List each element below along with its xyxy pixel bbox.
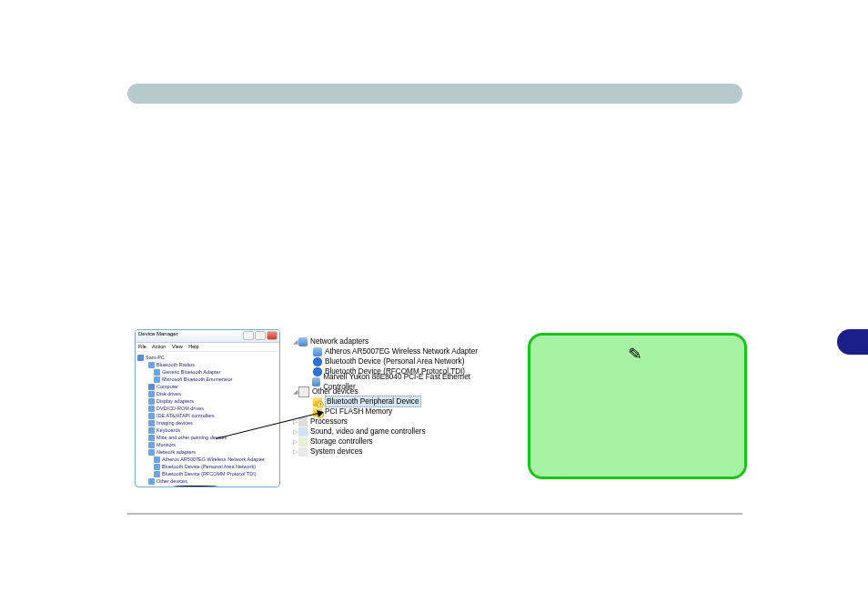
tree-item[interactable]: Microsoft Bluetooth Enumerator [137,376,278,384]
tree-item-label: DVD/CD-ROM drives [156,406,204,412]
tree-root[interactable]: Sam-PC [146,355,165,361]
expander-icon[interactable]: ▷ [291,426,298,436]
tree-item[interactable]: Bluetooth Peripheral Device [137,486,278,487]
zoom-row-label: Sound, video and game controllers [310,426,426,436]
menu-view[interactable]: View [172,344,183,349]
menu-bar[interactable]: File Action View Help [136,343,279,352]
bt-icon [154,369,160,376]
net-icon [312,377,320,386]
tree-item-label: Bluetooth Device (RFCOMM Protocol TDI) [162,471,257,477]
expander-icon[interactable]: ◢ [291,336,298,346]
tree-item-label: Computer [156,384,178,390]
tree-item-label: Network adapters [156,449,196,456]
tree-item[interactable]: Mice and other pointing devices [137,435,278,442]
bt-icon [154,471,160,477]
net-icon [313,347,322,356]
pc-icon [137,355,144,361]
zoom-row[interactable]: Atheros AR5007EG Wireless Network Adapte… [291,346,486,356]
tree-item-label: Bluetooth Peripheral Device [162,486,229,487]
tree-item[interactable]: Other devices [137,478,278,486]
zoom-row-label: Network adapters [310,336,368,346]
bt-icon [154,464,160,470]
menu-file[interactable]: File [138,344,146,349]
tree-item-label: Keyboards [156,427,180,434]
zoom-row[interactable]: ▷System devices [291,446,486,456]
zoom-row[interactable]: ▷Processors [291,416,486,426]
menu-action[interactable]: Action [152,344,166,349]
side-tab [837,329,868,355]
window-titlebar[interactable]: Device Manager [136,330,279,343]
zoom-row-label: Processors [310,416,348,426]
tree-item[interactable]: Monitors [137,442,278,449]
minimize-button[interactable] [243,331,254,340]
dev-icon [148,435,155,441]
proc-icon [298,417,308,426]
zoom-row[interactable]: Bluetooth Device (Personal Area Network) [291,356,486,366]
tree-item[interactable]: DVD/CD-ROM drives [137,406,278,413]
warn-icon [313,397,322,406]
close-button[interactable] [267,331,278,340]
tree-item-label: IDE ATA/ATAPI controllers [156,413,215,419]
tree-item[interactable]: IDE ATA/ATAPI controllers [137,413,278,420]
oth-icon [148,478,155,485]
dev-icon [148,420,155,426]
window-title: Device Manager [138,331,178,336]
net-icon [154,456,160,463]
sys-icon [298,447,308,456]
tree-item-label: Generic Bluetooth Adapter [162,369,221,376]
tree-item[interactable]: Bluetooth Radios [137,362,278,369]
zoom-row-label: Bluetooth Device (Personal Area Network) [325,356,464,366]
tree-item-label: Disk drives [156,391,181,397]
oth-icon [298,386,309,397]
tree-item[interactable]: Computer [137,384,278,391]
zoom-row[interactable]: Marvell Yukon 88E8040 PCI-E Fast Etherne… [291,376,486,386]
snd-icon [298,427,308,436]
expander-icon[interactable]: ▷ [291,446,298,456]
bt-icon [154,376,160,383]
bt-icon [148,362,155,368]
dev-icon [148,406,155,412]
tree-item-label: Display adapters [156,398,194,405]
zoom-row-label: Atheros AR5007EG Wireless Network Adapte… [325,346,478,356]
tree-item-label: Atheros AR5007EG Wireless Network Adapte… [162,456,265,463]
dev-icon [148,391,155,397]
warn-icon [154,487,160,487]
dev-icon [148,413,155,419]
device-tree[interactable]: Sam-PCBluetooth RadiosGeneric Bluetooth … [136,352,279,487]
stor-icon [298,437,308,446]
maximize-button[interactable] [255,331,266,340]
zoom-row-label: System devices [310,446,362,456]
tree-item[interactable]: Bluetooth Device (Personal Area Network) [137,464,278,471]
tree-item[interactable]: Atheros AR5007EG Wireless Network Adapte… [137,456,278,464]
device-manager-window: Device Manager File Action View Help Sam… [135,329,280,487]
expander-icon[interactable]: ▷ [291,436,298,446]
tree-item[interactable]: Network adapters [137,449,278,456]
note-box: ✎ [528,333,747,479]
zoom-row-label: PCI FLASH Memory [325,406,392,416]
zoom-row-label: Storage controllers [310,436,373,446]
tree-item[interactable]: Generic Bluetooth Adapter [137,369,278,376]
tree-item[interactable]: Imaging devices [137,420,278,427]
zoom-row[interactable]: ◢Network adapters [291,336,486,346]
net-icon [148,449,155,456]
tree-item[interactable]: Disk drives [137,391,278,398]
tree-item-label: Monitors [156,442,176,448]
net-icon [298,337,308,346]
header-bar [127,84,742,104]
dev-icon [148,442,155,448]
zoom-row[interactable]: Bluetooth Peripheral Device [291,396,486,406]
dev-icon [148,398,155,405]
tree-item[interactable]: Display adapters [137,398,278,406]
tree-item[interactable]: Bluetooth Device (RFCOMM Protocol TDI) [137,471,278,478]
pc-icon [148,384,155,390]
bt-icon [313,367,322,376]
tree-item-label: Bluetooth Device (Personal Area Network) [162,464,256,470]
tree-item-label: Bluetooth Radios [156,362,195,368]
tree-item-label: Microsoft Bluetooth Enumerator [162,376,232,383]
expander-icon[interactable]: ◢ [291,386,298,396]
zoom-row[interactable]: ▷Sound, video and game controllers [291,426,486,436]
menu-help[interactable]: Help [188,344,198,349]
pencil-icon: ✎ [627,343,642,364]
tree-item-label: Imaging devices [156,420,193,426]
zoom-row[interactable]: ▷Storage controllers [291,436,486,446]
